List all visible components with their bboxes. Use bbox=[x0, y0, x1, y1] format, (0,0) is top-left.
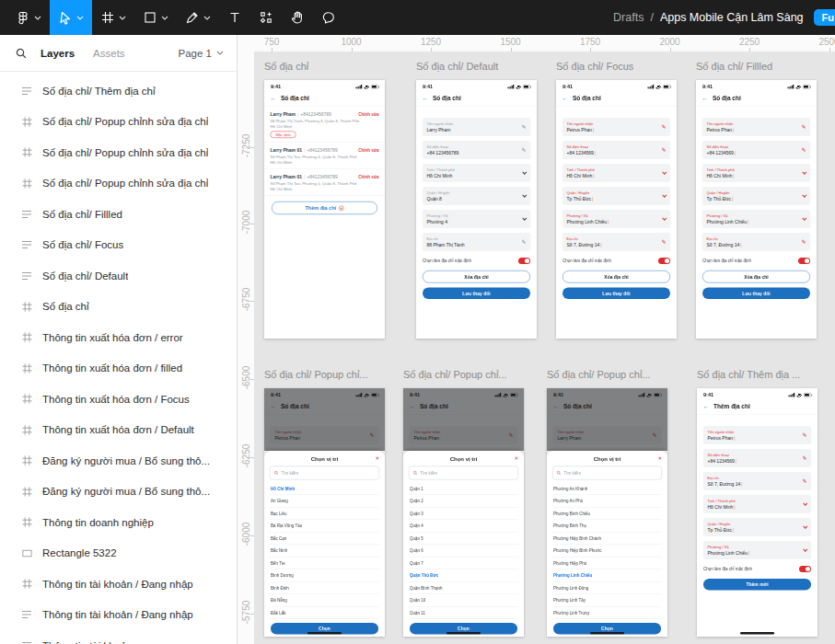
search-icon[interactable] bbox=[15, 47, 28, 60]
frame-title[interactable]: Số địa chỉ/ Default bbox=[416, 61, 537, 72]
layer-row[interactable]: Số địa chỉ/ Focus bbox=[0, 230, 237, 261]
frame-title[interactable]: Số địa chỉ/ Popup chỉ... bbox=[403, 369, 524, 380]
ruler-label: 1000 bbox=[341, 37, 361, 47]
tab-layers[interactable]: Layers bbox=[41, 48, 75, 59]
frame-title[interactable]: Số địa chỉ/ Popup chỉ... bbox=[547, 369, 667, 380]
tab-assets[interactable]: Assets bbox=[93, 48, 125, 59]
text-tool[interactable] bbox=[219, 0, 250, 35]
text-cursor: | bbox=[592, 196, 593, 201]
location-option: Phường Bình Chiểu bbox=[552, 508, 662, 521]
hand-tool[interactable] bbox=[282, 0, 313, 35]
ruler-label: 2500 bbox=[818, 37, 835, 47]
frame-2[interactable]: 9:41←Số địa chỉTên người nhậnPetrus Phan… bbox=[556, 80, 677, 339]
frame-title[interactable]: Số địa chỉ bbox=[264, 61, 385, 72]
layer-row[interactable]: Thông tin tài khoản / Đang nhập bbox=[0, 569, 237, 600]
status-bar: 9:41 bbox=[416, 80, 537, 90]
frame-1[interactable]: 9:41←Số địa chỉTên người nhậnLarry Pham✎… bbox=[416, 80, 537, 339]
layer-row[interactable]: Thông tin tài khoản / Đang nhập bbox=[0, 600, 237, 631]
screen-header: ←Số địa chỉ bbox=[264, 90, 385, 107]
ruler-tick bbox=[250, 535, 254, 536]
location-options: Hồ Chí MinhAn GiangBạc LiêuBà Rịa Vũng T… bbox=[264, 483, 385, 620]
pen-tool[interactable] bbox=[177, 0, 219, 35]
layer-row[interactable]: Đăng ký người mua / Bổ sung thô... bbox=[0, 477, 237, 508]
chevron-down-icon bbox=[803, 501, 807, 506]
field-value: Phường Linh Chiểu bbox=[708, 550, 748, 556]
layer-row[interactable]: Thông tin tài khoản bbox=[0, 630, 237, 644]
form-field: Phường / XãPhường Linh Chiểu| bbox=[703, 541, 812, 559]
frame-3[interactable]: 9:41←Số địa chỉTên người nhậnPetrus Phan… bbox=[696, 80, 817, 339]
field-value: Phường Linh Chiểu bbox=[567, 219, 608, 224]
text-cursor: | bbox=[600, 242, 601, 247]
layer-row[interactable]: Số địa chỉ/ Popup chỉnh sửa địa chỉ bbox=[0, 168, 237, 200]
location-option: An Giang bbox=[270, 495, 379, 508]
search-placeholder: Tìm kiếm bbox=[282, 471, 299, 476]
pencil-icon: ✎ bbox=[661, 124, 666, 130]
frame-0[interactable]: 9:41←Số địa chỉLarry Pham|+84123456789Ch… bbox=[264, 80, 385, 339]
frame-title[interactable]: Số địa chỉ/ Thêm địa ... bbox=[697, 369, 818, 380]
plan-badge[interactable]: Fu bbox=[814, 9, 835, 26]
page-selector[interactable]: Page 1 bbox=[179, 48, 224, 59]
canvas[interactable]: -7250-7000-6750-6500-6250-6000-5750 7501… bbox=[238, 35, 835, 644]
layer-row[interactable]: Thông tin xuất hóa đơn / Focus bbox=[0, 384, 237, 415]
plus-circle-icon: + bbox=[339, 205, 344, 211]
frame-title[interactable]: Số địa chỉ/ Focus bbox=[556, 61, 677, 72]
shape-tool[interactable] bbox=[134, 0, 177, 35]
back-arrow-icon: ← bbox=[703, 403, 710, 409]
layer-row[interactable]: Số địa chỉ/ Default bbox=[0, 260, 237, 292]
layer-row[interactable]: Thông tin xuất hóa đơn / error bbox=[0, 322, 237, 353]
main-menu[interactable] bbox=[7, 0, 50, 35]
pen-icon bbox=[185, 10, 200, 25]
layer-row[interactable]: Số địa chỉ/ Popup chỉnh sửa địa chỉ bbox=[0, 137, 237, 168]
frame-tool[interactable] bbox=[92, 0, 134, 35]
form-field: Tên người nhậnPetrus Phan|✎ bbox=[703, 426, 812, 444]
layer-row[interactable]: Số địa chỉ/ Thêm địa chỉ bbox=[0, 75, 237, 107]
screen-header: ←Số địa chỉ bbox=[696, 90, 817, 107]
phone-mockup: 9:41←Số địa chỉTên người nhậnLarry Pham✎… bbox=[416, 80, 537, 339]
layer-row[interactable]: Đăng ký người mua / Bổ sung thô... bbox=[0, 445, 237, 477]
pencil-icon: ✎ bbox=[802, 478, 806, 484]
address-card: Larry Pham 01|+84123456789Chỉnh sửa94 Ph… bbox=[264, 169, 385, 196]
signal-icon bbox=[508, 85, 515, 89]
frame-title[interactable]: Số địa chỉ/ Fillled bbox=[696, 61, 817, 72]
layer-row[interactable]: Thông tin doanh nghiệp bbox=[0, 507, 237, 538]
breadcrumb-location[interactable]: Drafts bbox=[613, 11, 644, 24]
layer-row[interactable]: Rectangle 5322 bbox=[0, 538, 237, 569]
rectangle-icon bbox=[20, 547, 33, 559]
comment-tool[interactable] bbox=[313, 0, 344, 35]
move-tool[interactable] bbox=[50, 0, 92, 35]
pencil-icon: ✎ bbox=[661, 147, 666, 153]
pencil-icon: ✎ bbox=[521, 147, 526, 153]
frame-6[interactable]: 9:41←Số địa chỉTên người nhậnLarry Pham✎… bbox=[547, 388, 667, 637]
location-options: Quận 1Quận 2Quận 3Quận 4Quận 5Quận 6Quận… bbox=[403, 483, 524, 620]
breadcrumb-file-name[interactable]: Apps Mobile Cận Lâm Sàng bbox=[660, 11, 804, 24]
layer-row[interactable]: Số địa chỉ bbox=[0, 292, 237, 323]
frame-4[interactable]: 9:41←Số địa chỉTên người nhậnPetrus Phan… bbox=[264, 388, 385, 637]
layer-row[interactable]: Thông tin xuất hóa đơn / Default bbox=[0, 415, 237, 446]
layer-name: Số địa chỉ/ Popup chỉnh sửa địa chỉ bbox=[42, 147, 208, 158]
frame-icon bbox=[20, 424, 33, 436]
frame-7[interactable]: 9:41←Thêm địa chỉTên người nhậnPetrus Ph… bbox=[697, 388, 818, 637]
layers-panel-header: Layers Assets Page 1 bbox=[0, 35, 237, 72]
edit-address-link: Chỉnh sửa bbox=[358, 112, 378, 117]
search-placeholder: Tìm kiếm bbox=[421, 471, 438, 476]
layer-row[interactable]: Số địa chỉ/ Popup chỉnh sửa địa chỉ bbox=[0, 107, 237, 138]
close-icon: ✕ bbox=[375, 455, 379, 462]
pencil-icon: ✎ bbox=[801, 124, 806, 130]
screen-title: Số địa chỉ bbox=[433, 95, 461, 102]
phone-mockup: 9:41←Số địa chỉTên người nhậnPetrus Phan… bbox=[403, 388, 524, 637]
frame-5[interactable]: 9:41←Số địa chỉTên người nhậnPetrus Phan… bbox=[403, 388, 524, 637]
toolbar: Drafts / Apps Mobile Cận Lâm Sàng Fu bbox=[0, 0, 835, 35]
actions-tool[interactable] bbox=[250, 0, 282, 35]
chevron-down-icon bbox=[522, 170, 527, 175]
location-option: Bình Định bbox=[270, 582, 379, 595]
layer-row[interactable]: Số địa chỉ/ Fillled bbox=[0, 199, 237, 230]
ruler-tick bbox=[250, 301, 254, 302]
status-time: 9:41 bbox=[703, 392, 713, 397]
frame-icon bbox=[20, 301, 33, 313]
search-icon bbox=[274, 469, 279, 477]
frame-title[interactable]: Số địa chỉ/ Popup chỉ... bbox=[264, 369, 385, 380]
form-field: Quận / HuyệnTp Thủ Đức| bbox=[703, 518, 812, 536]
layer-row[interactable]: Thông tin xuất hóa đơn / filled bbox=[0, 353, 237, 385]
search-input: Tìm kiếm bbox=[409, 466, 518, 480]
bottom-sheet: Chọn vị trí✕Tìm kiếmQuận 1Quận 2Quận 3Qu… bbox=[403, 451, 524, 637]
